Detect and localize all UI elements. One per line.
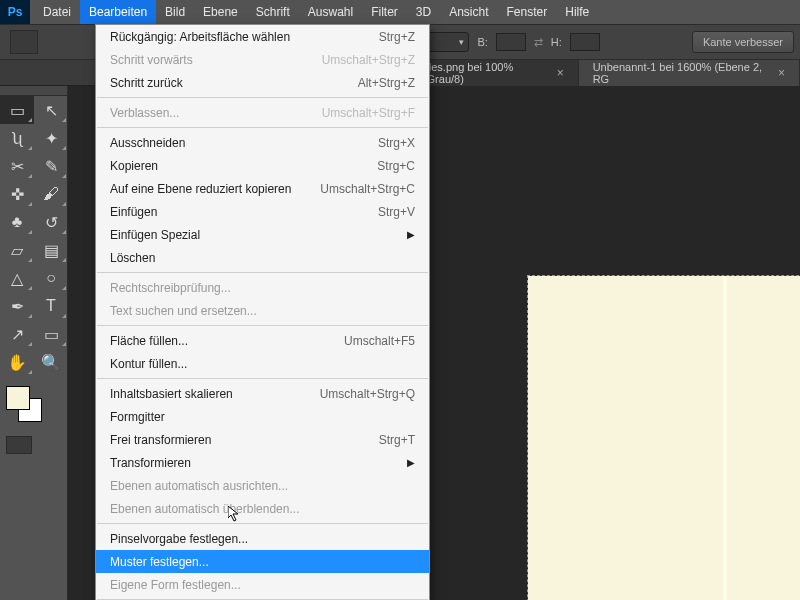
style-select[interactable]: ▾: [423, 32, 469, 52]
menu-item: Eigene Form festlegen...: [96, 573, 429, 596]
menu-item-label: Fläche füllen...: [110, 334, 344, 348]
zoom-tool[interactable]: 🔍: [34, 348, 68, 376]
color-swatches[interactable]: [6, 386, 46, 426]
menu-item-label: Ausschneiden: [110, 136, 378, 150]
gradient-tool[interactable]: ▤: [34, 236, 68, 264]
hand-tool[interactable]: ✋: [0, 348, 34, 376]
clone-stamp-tool[interactable]: ♣: [0, 208, 34, 236]
dodge-tool[interactable]: ○: [34, 264, 68, 292]
eyedropper-tool[interactable]: ✎: [34, 152, 68, 180]
quick-mask-toggle[interactable]: [6, 436, 32, 454]
document-tab[interactable]: Unbenannt-1 bei 1600% (Ebene 2, RG×: [579, 60, 800, 86]
menu-bearbeiten[interactable]: Bearbeiten: [80, 0, 156, 24]
crop-tool[interactable]: ✂: [0, 152, 34, 180]
menu-filter[interactable]: Filter: [362, 0, 407, 24]
menu-item[interactable]: Kontur füllen...: [96, 352, 429, 375]
menu-auswahl[interactable]: Auswahl: [299, 0, 362, 24]
menu-item-shortcut: Strg+V: [378, 205, 415, 219]
edit-menu-dropdown: Rückgängig: Arbeitsfläche wählenStrg+ZSc…: [95, 24, 430, 600]
menu-item: Ebenen automatisch überblenden...: [96, 497, 429, 520]
menu-item[interactable]: Löschen: [96, 246, 429, 269]
menu-item-shortcut: Strg+T: [379, 433, 415, 447]
marquee-tool[interactable]: ▭: [0, 96, 34, 124]
app-logo[interactable]: Ps: [0, 0, 30, 24]
menu-item: Ebenen automatisch ausrichten...: [96, 474, 429, 497]
submenu-arrow-icon: ▶: [407, 229, 415, 240]
foreground-swatch[interactable]: [6, 386, 30, 410]
menu-separator: [97, 272, 428, 273]
menu-bild[interactable]: Bild: [156, 0, 194, 24]
magic-wand-tool[interactable]: ✦: [34, 124, 68, 152]
menu-fenster[interactable]: Fenster: [498, 0, 557, 24]
menu-hilfe[interactable]: Hilfe: [556, 0, 598, 24]
width-input[interactable]: [496, 33, 526, 51]
menu-schrift[interactable]: Schrift: [247, 0, 299, 24]
history-brush-tool[interactable]: ↺: [34, 208, 68, 236]
menu-datei[interactable]: Datei: [34, 0, 80, 24]
menu-item-shortcut: Umschalt+Strg+Z: [322, 53, 415, 67]
menu-item-label: Ebenen automatisch ausrichten...: [110, 479, 415, 493]
menu-item-label: Löschen: [110, 251, 415, 265]
width-label: B:: [477, 36, 487, 48]
menu-item-label: Rückgängig: Arbeitsfläche wählen: [110, 30, 379, 44]
menu-ansicht[interactable]: Ansicht: [440, 0, 497, 24]
menu-item[interactable]: Formgitter: [96, 405, 429, 428]
menu-item-label: Kopieren: [110, 159, 377, 173]
shape-tool[interactable]: ▭: [34, 320, 68, 348]
menu-item[interactable]: Schritt zurückAlt+Strg+Z: [96, 71, 429, 94]
refine-edge-button[interactable]: Kante verbesser: [692, 31, 794, 53]
menu-item-label: Text suchen und ersetzen...: [110, 304, 415, 318]
menu-item[interactable]: EinfügenStrg+V: [96, 200, 429, 223]
menu-item[interactable]: Fläche füllen...Umschalt+F5: [96, 329, 429, 352]
menu-item-shortcut: Umschalt+Strg+F: [322, 106, 415, 120]
menu-item[interactable]: Muster festlegen...: [96, 550, 429, 573]
menu-item-shortcut: Alt+Strg+Z: [358, 76, 415, 90]
path-select-tool[interactable]: ↗: [0, 320, 34, 348]
close-icon[interactable]: ×: [778, 66, 785, 80]
menu-item[interactable]: Auf eine Ebene reduziert kopierenUmschal…: [96, 177, 429, 200]
swap-icon[interactable]: ⇄: [534, 36, 543, 49]
menu-item-label: Kontur füllen...: [110, 357, 415, 371]
eraser-tool[interactable]: ▱: [0, 236, 34, 264]
menu-item[interactable]: Frei transformierenStrg+T: [96, 428, 429, 451]
type-tool[interactable]: T: [34, 292, 68, 320]
menu-separator: [97, 325, 428, 326]
menu-item[interactable]: Pinselvorgabe festlegen...: [96, 527, 429, 550]
menu-item[interactable]: Inhaltsbasiert skalierenUmschalt+Strg+Q: [96, 382, 429, 405]
height-input[interactable]: [570, 33, 600, 51]
menu-item-label: Auf eine Ebene reduziert kopieren: [110, 182, 320, 196]
pen-tool[interactable]: ✒: [0, 292, 34, 320]
menu-3d[interactable]: 3D: [407, 0, 440, 24]
brush-tool[interactable]: 🖌: [34, 180, 68, 208]
menu-item-shortcut: Umschalt+Strg+C: [320, 182, 415, 196]
tool-preset-thumb[interactable]: [10, 30, 38, 54]
menu-item-label: Verblassen...: [110, 106, 322, 120]
healing-brush-tool[interactable]: ✜: [0, 180, 34, 208]
menu-item-label: Rechtschreibprüfung...: [110, 281, 415, 295]
menu-item[interactable]: KopierenStrg+C: [96, 154, 429, 177]
menu-item[interactable]: AusschneidenStrg+X: [96, 131, 429, 154]
menu-item-shortcut: Strg+Z: [379, 30, 415, 44]
lasso-tool[interactable]: ʯ: [0, 124, 34, 152]
menu-item[interactable]: Einfügen Spezial▶: [96, 223, 429, 246]
menu-item[interactable]: Rückgängig: Arbeitsfläche wählenStrg+Z: [96, 25, 429, 48]
menu-item-label: Schritt zurück: [110, 76, 358, 90]
menu-item[interactable]: Transformieren▶: [96, 451, 429, 474]
document-canvas[interactable]: [528, 276, 800, 600]
menu-item-label: Frei transformieren: [110, 433, 379, 447]
menu-item-label: Ebenen automatisch überblenden...: [110, 502, 415, 516]
close-icon[interactable]: ×: [557, 66, 564, 80]
menu-ebene[interactable]: Ebene: [194, 0, 247, 24]
move-tool[interactable]: ↖: [34, 96, 68, 124]
document-tab[interactable]: ffles.png bei 100% (Grau/8)×: [409, 60, 579, 86]
menu-item: Verblassen...Umschalt+Strg+F: [96, 101, 429, 124]
tab-label: Unbenannt-1 bei 1600% (Ebene 2, RG: [593, 61, 770, 85]
submenu-arrow-icon: ▶: [407, 457, 415, 468]
menu-separator: [97, 97, 428, 98]
app-root: Ps DateiBearbeitenBildEbeneSchriftAuswah…: [0, 0, 800, 600]
blur-tool[interactable]: △: [0, 264, 34, 292]
menu-item-label: Eigene Form festlegen...: [110, 578, 415, 592]
toolbox-grabber[interactable]: [0, 86, 67, 96]
menu-item-label: Formgitter: [110, 410, 415, 424]
menu-item: Rechtschreibprüfung...: [96, 276, 429, 299]
